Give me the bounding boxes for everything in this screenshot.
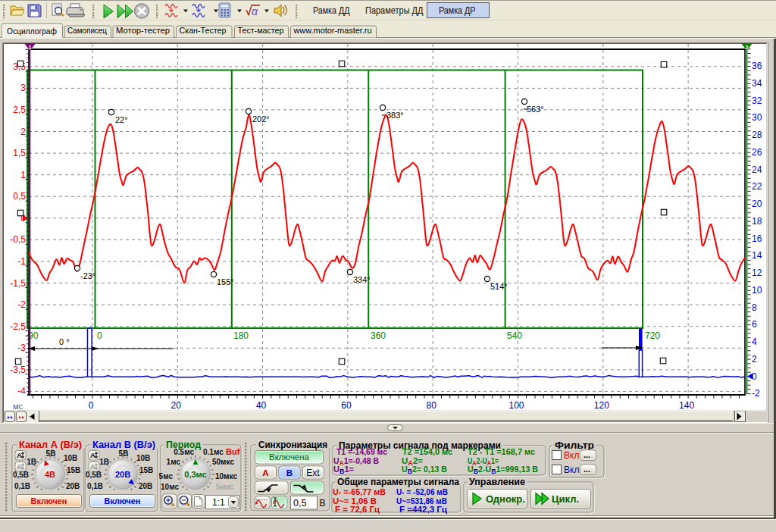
svg-text:32: 32 <box>752 95 762 106</box>
svg-text:мс: мс <box>13 402 23 411</box>
svg-text:-2,5: -2,5 <box>10 321 26 332</box>
svg-text:180: 180 <box>233 330 249 341</box>
svg-text:Осциллограф: Осциллограф <box>7 27 57 36</box>
svg-text:10мкс: 10мкс <box>215 472 237 480</box>
svg-text:720: 720 <box>645 330 660 341</box>
svg-text:Параметры ДД: Параметры ДД <box>365 5 424 16</box>
svg-text:15В: 15В <box>67 466 80 474</box>
svg-text:1мс: 1мс <box>167 458 181 466</box>
svg-text:F =442,3 Гц: F =442,3 Гц <box>399 505 447 514</box>
svg-text:34: 34 <box>752 78 762 89</box>
svg-text:155°: 155° <box>217 277 234 286</box>
svg-text:-1: -1 <box>17 256 26 267</box>
svg-text:0: 0 <box>97 330 102 341</box>
svg-text:U~=531,86 мВ: U~=531,86 мВ <box>396 496 447 505</box>
svg-text:U- =-65,77 мВ: U- =-65,77 мВ <box>333 487 386 496</box>
svg-text:20В: 20В <box>115 470 130 479</box>
svg-text:3: 3 <box>20 83 26 93</box>
svg-text:Вкл: Вкл <box>564 450 579 461</box>
svg-text:383°: 383° <box>386 111 404 120</box>
svg-text:Канал А (В/э): Канал А (В/э) <box>19 440 82 450</box>
svg-text:Т2 =154,0 мс: Т2 =154,0 мс <box>402 447 452 456</box>
svg-text:A: A <box>90 451 95 459</box>
svg-text:1В: 1В <box>27 458 36 466</box>
svg-text:Ext: Ext <box>306 468 320 478</box>
svg-text:0,5В: 0,5В <box>86 471 102 479</box>
svg-text:-2: -2 <box>752 388 760 399</box>
svg-text:4В: 4В <box>45 470 55 479</box>
svg-text:2,5: 2,5 <box>13 105 26 115</box>
svg-text:0.5мс: 0.5мс <box>174 448 194 456</box>
svg-text:2: 2 <box>20 127 26 137</box>
svg-text:14: 14 <box>752 250 762 261</box>
svg-text:1: 1 <box>28 44 32 51</box>
svg-text:1:1: 1:1 <box>212 497 225 508</box>
svg-text:30: 30 <box>752 112 762 123</box>
svg-text:26: 26 <box>752 147 762 158</box>
svg-text:4: 4 <box>752 336 757 347</box>
svg-text:0,1В: 0,1В <box>14 482 30 490</box>
svg-text:40: 40 <box>256 400 267 411</box>
svg-text:20: 20 <box>171 400 182 411</box>
svg-text:Управление: Управление <box>469 477 525 487</box>
svg-text:Включена: Включена <box>269 452 310 462</box>
svg-text:18: 18 <box>752 216 762 227</box>
svg-text:5мкс: 5мкс <box>216 483 234 491</box>
svg-text:-2: -2 <box>17 299 26 310</box>
svg-text:-1,5: -1,5 <box>10 278 26 289</box>
svg-text:-0,5: -0,5 <box>10 234 26 245</box>
svg-text:563°: 563° <box>527 105 544 114</box>
svg-text:36: 36 <box>752 61 762 71</box>
svg-text:80: 80 <box>427 400 437 411</box>
svg-text:2: 2 <box>745 44 749 51</box>
svg-text:2: 2 <box>752 354 757 365</box>
svg-text:0 °: 0 ° <box>59 337 70 346</box>
svg-text:1В: 1В <box>99 458 109 466</box>
svg-text:www.motor-master.ru: www.motor-master.ru <box>293 26 372 35</box>
svg-text:Рамка ДД: Рамка ДД <box>313 5 350 16</box>
svg-text:Включен: Включен <box>31 496 67 505</box>
svg-text:Рамка ДР: Рамка ДР <box>439 5 476 16</box>
svg-text:F = 72,6 Гц: F = 72,6 Гц <box>335 505 380 514</box>
svg-text:А: А <box>262 468 268 477</box>
svg-text:U~= 1,06 В: U~= 1,06 В <box>333 496 377 505</box>
svg-text:15В: 15В <box>139 466 153 474</box>
svg-text:Самописец: Самописец <box>67 26 108 35</box>
svg-text:-23°: -23° <box>80 271 95 280</box>
svg-text:5В: 5В <box>46 449 56 458</box>
svg-text:5мс: 5мс <box>159 472 174 480</box>
svg-text:10мс: 10мс <box>161 483 179 491</box>
svg-text:28: 28 <box>752 130 762 140</box>
svg-text:Скан-Тестер: Скан-Тестер <box>180 26 227 35</box>
svg-text:Общие параметры сигнала: Общие параметры сигнала <box>337 477 460 487</box>
svg-text:-3,5: -3,5 <box>10 365 26 375</box>
svg-text:100: 100 <box>508 400 524 411</box>
svg-text:A: A <box>17 462 22 471</box>
svg-text:Мотор-тестер: Мотор-тестер <box>116 26 170 35</box>
svg-text:20В: 20В <box>139 482 152 490</box>
svg-text:10В: 10В <box>136 454 150 462</box>
svg-text:0,1В: 0,1В <box>87 482 103 490</box>
svg-text:В: В <box>320 498 326 509</box>
svg-text:540: 540 <box>507 330 522 341</box>
svg-text:120: 120 <box>594 400 609 411</box>
svg-text:Т1 =-14,69 мс: Т1 =-14,69 мс <box>336 447 387 456</box>
svg-text:50мкс: 50мкс <box>212 458 234 466</box>
svg-text:Канал B (В/э): Канал B (В/э) <box>92 440 155 450</box>
svg-text:20В: 20В <box>66 482 80 490</box>
svg-text:Включен: Включен <box>105 496 141 505</box>
svg-text:202°: 202° <box>252 114 270 124</box>
svg-text:Вкл: Вкл <box>564 465 579 475</box>
svg-text:...: ... <box>584 465 590 474</box>
svg-text:514°: 514° <box>490 282 508 291</box>
svg-text:Фильтр: Фильтр <box>555 440 594 451</box>
svg-text:16: 16 <box>752 233 762 244</box>
svg-text:360: 360 <box>371 330 386 341</box>
svg-text:12: 12 <box>752 268 762 278</box>
svg-text:10: 10 <box>752 285 762 296</box>
svg-text:-4: -4 <box>17 386 26 396</box>
svg-text:0.1мс: 0.1мс <box>203 448 224 456</box>
svg-text:Тест-мастер: Тест-мастер <box>238 26 284 35</box>
svg-text:A: A <box>90 462 95 471</box>
svg-text:-3: -3 <box>17 343 26 353</box>
